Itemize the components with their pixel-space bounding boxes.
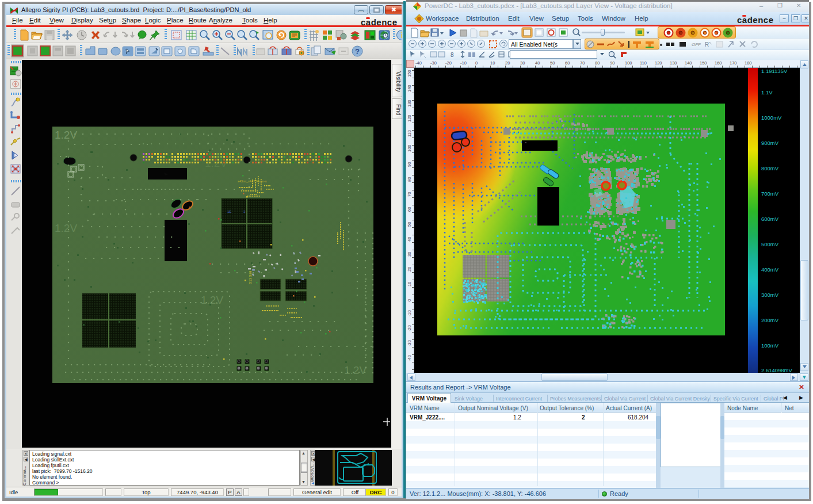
svg-text:R: R — [705, 41, 709, 48]
svg-text:8: 8 — [451, 52, 454, 58]
svg-text:200mV: 200mV — [761, 317, 779, 323]
svg-text:1.2V: 1.2V — [344, 364, 367, 376]
svg-text:1E: 1E — [227, 210, 231, 213]
svg-text:800mV: 800mV — [761, 165, 779, 171]
svg-text:300mV: 300mV — [761, 292, 779, 298]
svg-text:OFF: OFF — [692, 42, 701, 47]
svg-text:700mV: 700mV — [761, 190, 779, 197]
svg-text:400mV: 400mV — [761, 266, 779, 273]
svg-text:1.2V: 1.2V — [201, 294, 223, 306]
svg-text:1.2V: 1.2V — [55, 129, 77, 141]
svg-text:1.191135V: 1.191135V — [761, 68, 788, 74]
svg-text:D13 S29: D13 S29 — [249, 270, 252, 284]
svg-text:1000mV: 1000mV — [761, 114, 782, 121]
svg-text:600mV: 600mV — [761, 216, 779, 222]
svg-text:?: ? — [355, 47, 360, 56]
svg-text:1.1V: 1.1V — [761, 89, 773, 96]
svg-text:500mV: 500mV — [761, 241, 779, 247]
svg-text:2.614098mV: 2.614098mV — [761, 367, 793, 373]
svg-text:100mV: 100mV — [761, 342, 779, 349]
svg-text:900mV: 900mV — [761, 140, 779, 146]
svg-text:1.2V: 1.2V — [55, 222, 77, 234]
